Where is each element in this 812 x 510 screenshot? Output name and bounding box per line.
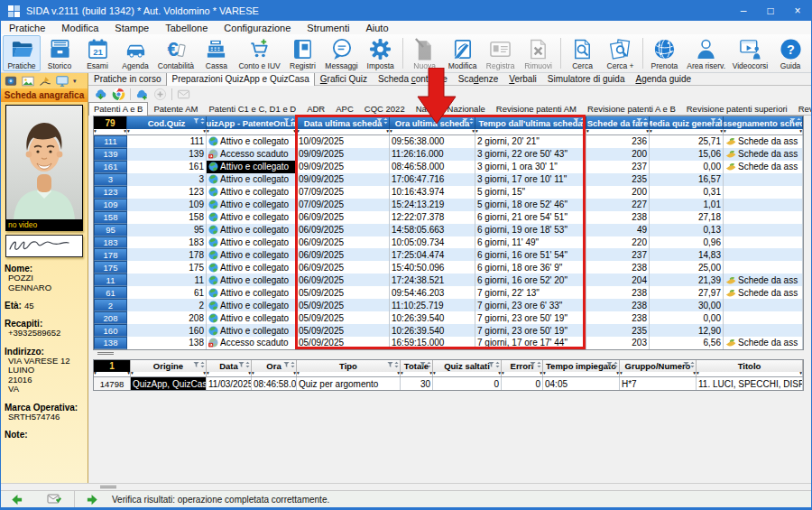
column-header-assegnamento-schede[interactable]: Assegnamento schede — [724, 116, 803, 129]
sort-filter-icons[interactable] — [636, 117, 648, 125]
cell-assegnamento-schede[interactable] — [724, 224, 803, 236]
filter-cell[interactable]: ▾▾ — [390, 129, 475, 134]
cell-tempo-ultima-scheda[interactable]: 7 giorni, 23 ore 50' 19" — [475, 324, 586, 337]
toolbar-registri[interactable]: Registri — [283, 35, 321, 71]
cell-assegnamento-schede[interactable]: Schede da ass — [724, 148, 803, 161]
cell-data-ultima-scheda[interactable]: 09/09/2025 — [297, 148, 390, 161]
toolbar-videocorsi[interactable]: Videocorsi — [729, 35, 771, 71]
cell-schede-da-fare[interactable]: 238 — [586, 311, 650, 324]
cell-data-ultima-scheda[interactable]: 05/09/2025 — [297, 311, 390, 324]
add-circle-icon[interactable] — [153, 88, 167, 101]
cell-media-quiz-generale[interactable]: 16,57 — [650, 173, 724, 186]
cell-data-ultima-scheda[interactable]: 10/09/2025 — [297, 135, 390, 148]
tab-patenti-c1-e-c-d1-e-d[interactable]: Patenti C1 e C, D1 e D — [204, 102, 302, 115]
cell-data-ultima-scheda[interactable]: 06/09/2025 — [297, 211, 390, 224]
cell-media-quiz-generale[interactable]: 1,01 — [650, 199, 724, 211]
filter-cell[interactable]: ▾▾ — [586, 129, 650, 134]
sort-filter-icons[interactable] — [530, 361, 541, 368]
cell-data-ultima-scheda[interactable]: 06/09/2025 — [297, 236, 390, 249]
monitor-icon[interactable] — [56, 75, 69, 88]
sort-filter-icons[interactable] — [462, 117, 474, 125]
cell-cod-quiz[interactable]: 61 — [127, 286, 207, 299]
cell-tempo-ultima-scheda[interactable]: 3 giorni, 17 ore 10' 11" — [475, 173, 586, 186]
cell-data[interactable]: 11/03/2025 — [207, 377, 252, 390]
cell-schede-da-fare[interactable]: 238 — [586, 299, 650, 311]
cell-origine[interactable]: QuizApp, QuizCasa — [131, 377, 207, 390]
cell-ora-ultima-scheda[interactable]: 17:24:38.521 — [390, 274, 475, 286]
toolbar-rimuovi[interactable]: Rimuovi — [520, 35, 558, 71]
row-number[interactable]: 2 — [94, 299, 127, 311]
cell-quizapp-status[interactable]: Attivo e collegato — [207, 224, 297, 236]
column-header-tempo-ultima-scheda[interactable]: Tempo dall'ultima scheda — [475, 116, 586, 129]
cell-ora-ultima-scheda[interactable]: 11:10:25.719 — [390, 299, 475, 311]
row-number[interactable]: 208 — [94, 311, 127, 324]
filter-cell[interactable]: ▾▾ — [475, 129, 586, 134]
filter-cell[interactable]: ▾▾ — [252, 372, 297, 376]
webcam-icon[interactable] — [5, 75, 17, 88]
cloud-download-icon[interactable] — [94, 88, 107, 101]
cell-data-ultima-scheda[interactable]: 05/09/2025 — [297, 337, 390, 349]
column-header-errori[interactable]: Errori — [502, 360, 543, 372]
tab-simulatore-di-guida[interactable]: Simulatore di guida — [542, 73, 631, 85]
menu-aiuto[interactable]: Aiuto — [357, 21, 396, 34]
cell-cod-quiz[interactable]: 161 — [127, 161, 207, 173]
tab-scheda-contabile[interactable]: Scheda contabile — [373, 73, 453, 85]
cell-data-ultima-scheda[interactable]: 07/09/2025 — [297, 186, 390, 199]
row-number[interactable]: 138 — [94, 337, 127, 349]
cell-tempo-ultima-scheda[interactable]: 3 giorni, 1 ora 30' 1" — [475, 161, 586, 173]
table-row[interactable]: 183183Attivo e collegato06/09/202510:05:… — [94, 236, 803, 249]
cell-cod-quiz[interactable]: 111 — [127, 135, 207, 148]
cell-ora-ultima-scheda[interactable]: 15:40:50.096 — [390, 261, 475, 274]
filter-cell[interactable]: ▾▾ — [502, 372, 543, 376]
filter-cell[interactable]: ▾▾ — [543, 372, 620, 376]
tab-scadenze[interactable]: Scadenze — [453, 73, 503, 85]
tab-cqc-2022[interactable]: CQC 2022 — [359, 102, 411, 115]
cell-tempo-ultima-scheda[interactable]: 6 giorni, 21 ore 54' 51" — [475, 211, 586, 224]
cell-tempo-ultima-scheda[interactable]: 7 giorni, 17 ore 17' 44" — [475, 337, 586, 349]
tab-revisione-patenti-a-e-b[interactable]: Revisione patenti A e B — [582, 102, 681, 115]
filter-cell[interactable]: ▾▾ — [401, 372, 433, 376]
cell-schede-da-fare[interactable]: 200 — [586, 148, 650, 161]
tab-patenti-a-e-b[interactable]: Patenti A e B — [88, 102, 148, 116]
cell-cod-quiz[interactable]: 178 — [127, 248, 207, 261]
mail-check-icon[interactable] — [47, 493, 61, 505]
cell-data-ultima-scheda[interactable]: 09/09/2025 — [297, 173, 390, 186]
toolbar-contabilit[interactable]: €Contabilità — [154, 35, 198, 71]
cell-gruppo-numero[interactable]: H*7 — [620, 377, 697, 390]
toolbar-imposta[interactable]: Imposta — [362, 35, 400, 71]
column-header-ora-ultima-scheda[interactable]: Ora ultima scheda — [390, 116, 475, 129]
cell-assegnamento-schede[interactable] — [724, 199, 803, 211]
cell-schede-da-fare[interactable]: 237 — [586, 248, 650, 261]
table-row[interactable]: 175175Attivo e collegato06/09/202515:40:… — [94, 261, 803, 274]
cell-data-ultima-scheda[interactable]: 09/09/2025 — [297, 161, 390, 173]
tab-grafici-quiz[interactable]: Grafici Quiz — [315, 73, 373, 85]
sort-filter-icons[interactable] — [193, 117, 205, 125]
cell-assegnamento-schede[interactable] — [724, 311, 803, 324]
cell-media-quiz-generale[interactable]: 12,90 — [650, 324, 724, 337]
cell-ora-ultima-scheda[interactable]: 08:46:58.000 — [390, 161, 475, 173]
tab-apc[interactable]: APC — [330, 102, 359, 115]
table-row[interactable]: 158158Attivo e collegato06/09/202512:22:… — [94, 211, 803, 224]
tab-nautica-nazionale[interactable]: Nautica Nazionale — [411, 102, 491, 115]
cell-cod-quiz[interactable]: 123 — [127, 186, 207, 199]
column-header-totale[interactable]: Totale — [401, 360, 433, 372]
cell-media-quiz-generale[interactable]: 0,96 — [650, 236, 724, 249]
close-button[interactable]: × — [784, 1, 811, 21]
table-row[interactable]: 138138Accesso scaduto05/09/202516:59:15.… — [94, 337, 803, 349]
column-header-gruppo-numero[interactable]: Gruppo/Numero — [620, 360, 697, 372]
cell-assegnamento-schede[interactable] — [724, 236, 803, 249]
toolbar-area-riserv[interactable]: Area riserv. — [683, 35, 728, 71]
cell-schede-da-fare[interactable]: 238 — [586, 261, 650, 274]
sort-filter-icons[interactable] — [238, 361, 250, 368]
cell-ora[interactable]: 08:46:58.000 — [252, 377, 297, 390]
cell-cod-quiz[interactable]: 109 — [127, 199, 207, 211]
menu-pratiche[interactable]: Pratiche — [1, 21, 53, 34]
cell-errori[interactable]: 0 — [502, 377, 543, 390]
cell-data-ultima-scheda[interactable]: 05/09/2025 — [297, 324, 390, 337]
cell-data-ultima-scheda[interactable]: 05/09/2025 — [297, 299, 390, 311]
cell-ora-ultima-scheda[interactable]: 10:05:09.734 — [390, 236, 475, 249]
bottom-splitter[interactable] — [100, 486, 116, 488]
table-row[interactable]: 208208Attivo e collegato05/09/202510:26:… — [94, 311, 803, 324]
toolbar-cassa[interactable]: Cassa — [198, 35, 235, 71]
cell-tempo-ultima-scheda[interactable]: 6 giorni, 16 ore 52' 20" — [475, 274, 586, 286]
